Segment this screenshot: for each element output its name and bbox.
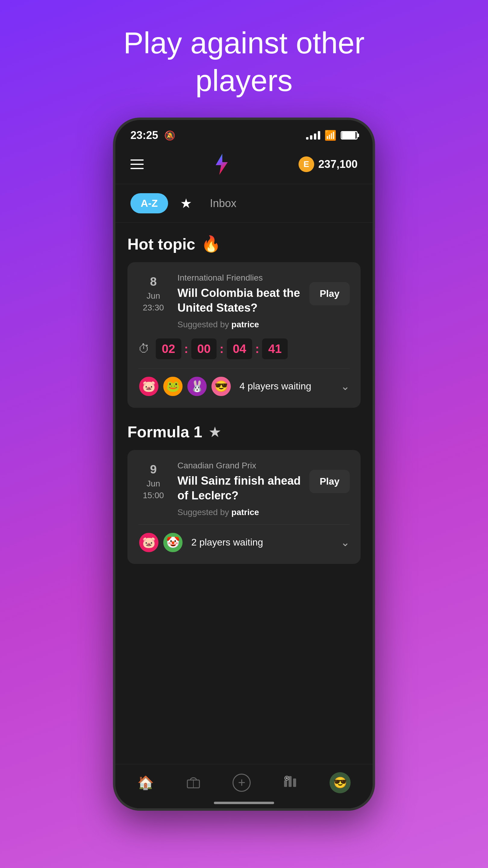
- chevron-down-icon-colombia[interactable]: ⌄: [341, 380, 350, 393]
- timer-row-colombia: ⏱ 02 : 00 : 04 : 41: [138, 338, 350, 359]
- timer-mm: 00: [191, 338, 217, 359]
- phone-frame: 23:25 🔕 📶: [113, 118, 375, 811]
- avatar-3: 🐰: [187, 376, 207, 397]
- avatar-4: 😎: [210, 376, 232, 397]
- match-info-colombia: International Friendlies Will Colombia b…: [177, 273, 303, 330]
- avatar-1: 🐷: [138, 376, 159, 397]
- mute-icon: 🔕: [164, 130, 175, 141]
- match-info-sainz: Canadian Grand Prix Will Sainz finish ah…: [177, 461, 303, 517]
- app-header: E 237,100: [116, 148, 372, 184]
- page-title: Play against other players: [121, 24, 367, 99]
- coin-balance: E 237,100: [298, 156, 358, 172]
- tab-bar: A-Z ★ Inbox: [116, 184, 372, 223]
- tab-az[interactable]: A-Z: [130, 193, 168, 213]
- players-waiting-count-colombia: 4 players waiting: [239, 381, 311, 392]
- match-card-colombia: 8 Jun 23:30 International Friendlies Wil…: [127, 262, 361, 408]
- timer-icon: ⏱: [138, 342, 150, 355]
- profile-avatar-emoji: 😎: [333, 776, 347, 789]
- bottom-nav: 🏠 +: [116, 764, 372, 808]
- fire-icon: 🔥: [201, 235, 221, 253]
- section-formula1: Formula 1 ★: [127, 423, 361, 441]
- battery-icon: [341, 131, 358, 140]
- shop-icon: [186, 774, 201, 792]
- player-avatars-sainz: 🐷 🤡: [138, 532, 187, 553]
- avatar-sainz-2: 🤡: [162, 532, 184, 553]
- suggested-by-sainz: Suggested by patrice: [177, 507, 303, 517]
- nav-leaderboard[interactable]: [283, 774, 298, 792]
- wifi-icon: 📶: [324, 130, 336, 141]
- menu-button[interactable]: [130, 159, 144, 169]
- match-question-sainz: Will Sainz finish ahead of Leclerc?: [177, 473, 303, 503]
- status-bar: 23:25 🔕 📶: [116, 120, 372, 148]
- app-logo: [213, 154, 229, 175]
- tab-star[interactable]: ★: [180, 195, 192, 211]
- timer-ms: 41: [262, 338, 288, 359]
- svg-marker-0: [216, 154, 228, 175]
- balance-amount: 237,100: [318, 158, 358, 170]
- chevron-down-icon-sainz[interactable]: ⌄: [341, 536, 350, 549]
- players-row-sainz: 🐷 🤡 2 players waiting ⌄: [138, 524, 350, 553]
- section-title-hot-topic: Hot topic: [127, 235, 195, 253]
- leaderboard-icon: [283, 774, 298, 792]
- match-card-sainz: 9 Jun 15:00 Canadian Grand Prix Will Sai…: [127, 450, 361, 564]
- nav-profile[interactable]: 😎: [330, 772, 351, 793]
- match-competition-sainz: Canadian Grand Prix: [177, 461, 303, 470]
- svg-rect-5: [293, 778, 296, 787]
- coin-icon: E: [298, 156, 314, 172]
- suggested-by-colombia: Suggested by patrice: [177, 320, 303, 330]
- status-time: 23:25: [130, 129, 158, 142]
- home-icon: 🏠: [137, 775, 154, 790]
- svg-rect-4: [284, 780, 287, 787]
- match-question-colombia: Will Colombia beat the United States?: [177, 286, 303, 315]
- player-avatars-colombia: 🐷 🐸 🐰 😎: [138, 376, 235, 397]
- avatar-2: 🐸: [162, 376, 184, 397]
- players-waiting-count-sainz: 2 players waiting: [191, 537, 263, 548]
- profile-avatar: 😎: [330, 772, 351, 793]
- section-title-formula1: Formula 1: [127, 423, 202, 441]
- match-competition-colombia: International Friendlies: [177, 273, 303, 283]
- nav-home[interactable]: 🏠: [137, 775, 154, 790]
- players-row-colombia: 🐷 🐸 🐰 😎 4 players waiting ⌄: [138, 368, 350, 397]
- play-button-colombia[interactable]: Play: [310, 282, 350, 305]
- timer-segments: 02 : 00 : 04 : 41: [156, 338, 288, 359]
- match-date-sainz: 9 Jun 15:00: [138, 461, 168, 501]
- nav-add[interactable]: +: [233, 774, 251, 792]
- nav-shop[interactable]: [186, 774, 201, 792]
- match-date-colombia: 8 Jun 23:30: [138, 273, 168, 313]
- signal-icon: [306, 131, 320, 140]
- timer-hh: 02: [156, 338, 181, 359]
- tab-inbox[interactable]: Inbox: [210, 197, 236, 210]
- play-button-sainz[interactable]: Play: [310, 470, 350, 493]
- title-line2: players: [195, 64, 293, 97]
- section-hot-topic: Hot topic 🔥: [127, 235, 361, 253]
- home-indicator: [214, 802, 274, 804]
- avatar-sainz-1: 🐷: [138, 532, 159, 553]
- logo-bolt-icon: [213, 154, 229, 175]
- coin-label: E: [304, 159, 310, 169]
- star-icon-formula1[interactable]: ★: [208, 424, 221, 440]
- timer-ss: 04: [227, 338, 253, 359]
- content-area: Hot topic 🔥 8 Jun 23:30 International Fr…: [116, 223, 372, 811]
- title-line1: Play against other: [124, 26, 365, 60]
- add-icon: +: [233, 774, 251, 792]
